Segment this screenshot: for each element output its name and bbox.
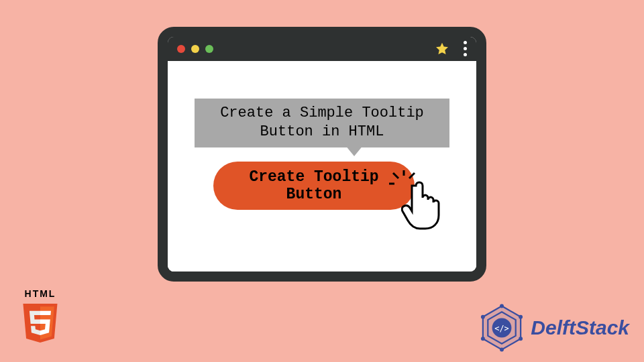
maximize-icon[interactable] [205,45,213,53]
svg-point-10 [519,315,523,319]
close-icon[interactable] [177,45,185,53]
svg-point-11 [519,337,523,341]
svg-point-13 [481,337,485,341]
cursor-click-illustration [389,167,449,234]
kebab-menu-icon[interactable] [464,41,467,56]
svg-line-1 [393,173,398,178]
delftstack-emblem-icon: </> [477,303,527,353]
star-icon[interactable] [435,42,449,56]
svg-line-3 [409,173,415,178]
create-tooltip-button[interactable]: Create Tooltip Button [213,162,415,210]
svg-point-9 [500,304,504,308]
svg-point-12 [500,348,504,352]
delftstack-logo: </> DelftStack [477,303,629,353]
delftstack-label: DelftStack [531,316,629,339]
svg-point-14 [481,315,485,319]
hand-cursor-icon [401,180,441,231]
svg-text:</>: </> [495,324,509,333]
window-content: Create a Simple Tooltip Button in HTML C… [168,61,476,272]
html5-shield-icon [21,301,60,345]
browser-window: Create a Simple Tooltip Button in HTML C… [158,27,486,282]
button-label: Create Tooltip Button [249,168,378,203]
tooltip: Create a Simple Tooltip Button in HTML [195,99,449,147]
titlebar [168,37,476,61]
tooltip-text: Create a Simple Tooltip Button in HTML [220,105,424,140]
minimize-icon[interactable] [191,45,199,53]
tooltip-arrow-icon [342,141,366,156]
html5-logo: HTML [16,288,64,349]
html5-label: HTML [16,288,64,299]
